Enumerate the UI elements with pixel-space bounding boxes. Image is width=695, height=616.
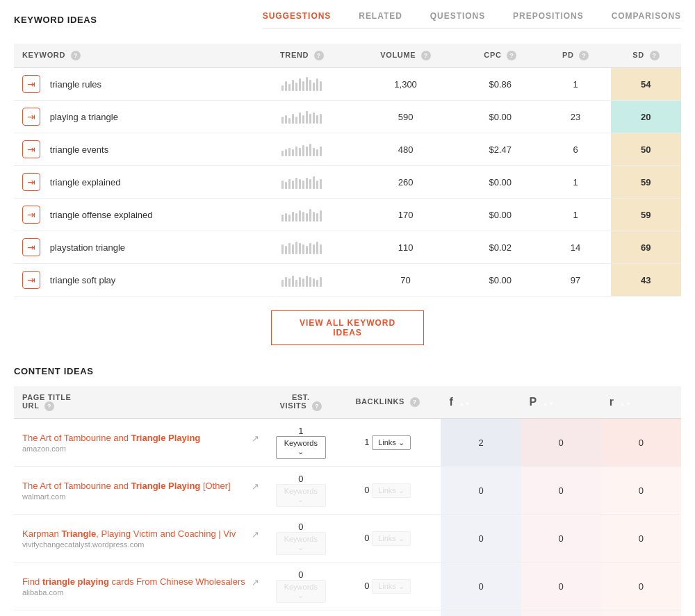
pinterest-count: 0 xyxy=(559,485,564,496)
tab-comparisons[interactable]: COMPARISONS xyxy=(612,11,681,21)
keyword-text: playing a triangle xyxy=(50,112,118,122)
links-dropdown-button[interactable]: Links ⌄ xyxy=(372,435,411,450)
spark-bar xyxy=(302,244,304,254)
arrow-button[interactable]: ⇥ xyxy=(22,140,40,158)
tab-related[interactable]: RELATED xyxy=(359,11,402,21)
facebook-sort[interactable]: ▲▼ xyxy=(459,401,471,407)
bold-keyword: Triangle xyxy=(61,528,96,539)
spark-bar xyxy=(320,81,322,91)
view-all-keyword-ideas-button[interactable]: VIEW ALL KEYWORD IDEAS xyxy=(271,310,424,345)
spark-bar xyxy=(306,246,308,254)
spark-bar xyxy=(302,212,304,222)
keywords-dropdown-button[interactable]: Keywords ⌄ xyxy=(276,532,326,555)
spark-bar xyxy=(288,84,291,91)
links-dropdown-button[interactable]: Links ⌄ xyxy=(372,531,411,546)
page-title-link[interactable]: The Art of Tambourine and Triangle Playi… xyxy=(22,481,259,491)
reddit-count-cell: 0 xyxy=(601,610,681,616)
arrow-button[interactable]: ⇥ xyxy=(22,108,40,126)
spark-bar xyxy=(285,81,287,91)
links-dropdown-button[interactable]: Links ⌄ xyxy=(372,483,411,498)
pinterest-count: 0 xyxy=(559,581,564,592)
spark-bar xyxy=(320,114,322,124)
keyword-cell: ⇥ playstation triangle xyxy=(14,231,253,264)
facebook-count: 0 xyxy=(478,533,483,544)
arrow-button[interactable]: ⇥ xyxy=(22,206,40,224)
th-volume: VOLUME ? xyxy=(351,44,460,68)
keyword-ideas-title: KEYWORD IDEAS xyxy=(14,15,97,25)
spark-bar xyxy=(316,149,318,156)
tab-questions[interactable]: QUESTIONS xyxy=(430,11,485,21)
spark-bar xyxy=(309,144,311,156)
page-title-link[interactable]: The Art of Tambourine and Triangle Playi… xyxy=(22,433,259,443)
tab-prepositions[interactable]: PREPOSITIONS xyxy=(513,11,584,21)
est-visits-cell: 0 Keywords ⌄ xyxy=(268,515,334,563)
arrow-button[interactable]: ⇥ xyxy=(22,173,40,191)
spark-bar xyxy=(281,151,284,156)
est-visits-value: 0 xyxy=(298,522,303,532)
spark-bar xyxy=(302,145,304,156)
spark-bar xyxy=(295,117,297,124)
external-link-icon[interactable]: ↗ xyxy=(252,481,259,492)
external-link-icon[interactable]: ↗ xyxy=(252,433,259,444)
keywords-dropdown-button[interactable]: Keywords ⌄ xyxy=(276,484,326,507)
sparkline xyxy=(281,141,322,156)
spark-bar xyxy=(302,181,304,189)
reddit-count: 0 xyxy=(639,438,644,448)
facebook-count: 0 xyxy=(478,581,483,592)
page-title-cell: The Art of Tambourine and Triangle Playi… xyxy=(14,610,268,616)
keywords-dropdown-button[interactable]: Keywords ⌄ xyxy=(276,436,326,459)
spark-bar xyxy=(316,242,318,254)
tab-suggestions[interactable]: SUGGESTIONS xyxy=(263,11,332,21)
spark-bar xyxy=(306,276,308,287)
volume-cell: 70 xyxy=(351,264,460,297)
keyword-cell: ⇥ triangle soft play xyxy=(14,264,253,297)
spark-bar xyxy=(299,277,301,287)
bold-keyword: triangle playing xyxy=(42,576,109,587)
spark-bar xyxy=(309,243,311,254)
th-page-title: PAGE TITLEURL ? xyxy=(14,386,268,419)
spark-bar xyxy=(281,280,284,287)
arrow-button[interactable]: ⇥ xyxy=(22,271,40,289)
th-cpc: CPC ? xyxy=(460,44,540,68)
spark-bar xyxy=(309,179,311,189)
keyword-row: ⇥ triangle explained 260 $0.00 1 59 xyxy=(14,166,681,199)
pinterest-sort[interactable]: ▲▼ xyxy=(543,401,555,407)
backlinks-cell: 0 Links ⌄ xyxy=(334,563,441,610)
spark-bar xyxy=(313,244,315,254)
spark-bar xyxy=(281,244,284,254)
links-dropdown-button[interactable]: Links ⌄ xyxy=(372,579,411,594)
spark-bar xyxy=(292,212,294,222)
spark-bar xyxy=(288,179,291,189)
spark-bar xyxy=(320,244,322,254)
keywords-dropdown-button[interactable]: Keywords ⌄ xyxy=(276,580,326,603)
page-title-cell: The Art of Tambourine and Triangle Playi… xyxy=(14,419,268,467)
spark-bar xyxy=(302,278,304,287)
sd-cell: 59 xyxy=(611,166,681,199)
spark-bar xyxy=(285,277,287,287)
spark-bar xyxy=(281,215,284,222)
external-link-icon[interactable]: ↗ xyxy=(252,529,259,540)
spark-bar xyxy=(285,149,287,156)
sparkline xyxy=(281,76,322,91)
page-title-link[interactable]: Find triangle playing cards From Chinese… xyxy=(22,576,259,587)
pinterest-count-cell: 0 xyxy=(521,563,601,610)
external-link-icon[interactable]: ↗ xyxy=(252,577,259,588)
pagetitle-help-icon: ? xyxy=(44,401,54,411)
arrow-button[interactable]: ⇥ xyxy=(22,75,40,93)
pinterest-count: 0 xyxy=(559,533,564,544)
th-est-visits: EST.VISITS ? xyxy=(268,386,334,419)
facebook-icon: f xyxy=(449,396,453,408)
est-visits-cell: 1 Keywords ⌄ xyxy=(268,419,334,467)
reddit-sort[interactable]: ▲▼ xyxy=(619,401,631,407)
spark-bar xyxy=(295,213,297,222)
keyword-nav: SUGGESTIONS RELATED QUESTIONS PREPOSITIO… xyxy=(263,11,681,28)
page-title-link[interactable]: Karpman Triangle, Playing Victim and Coa… xyxy=(22,528,259,539)
spark-bar xyxy=(313,148,315,156)
pd-cell: 97 xyxy=(540,264,610,297)
trend-cell xyxy=(253,199,351,231)
th-reddit: r ▲▼ xyxy=(601,386,681,419)
th-backlinks: BACKLINKS ? xyxy=(334,386,441,419)
keyword-text: playstation triangle xyxy=(50,242,125,253)
arrow-button[interactable]: ⇥ xyxy=(22,238,40,256)
spark-bar xyxy=(313,212,315,222)
